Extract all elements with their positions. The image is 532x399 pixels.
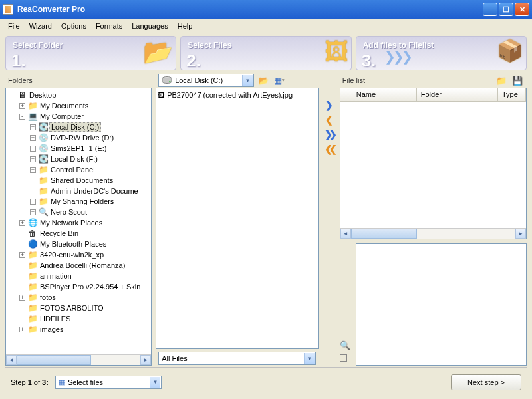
tree-node[interactable]: 📁Admin UnderDC's Docume (7, 186, 150, 196)
preview-toggle-icon[interactable]: 🔍 (340, 340, 353, 350)
tree-node[interactable]: +📁3420-enu-win2k_xp (7, 249, 150, 260)
step-select[interactable]: ▦ Select files ▼ (55, 376, 162, 389)
svg-rect-1 (169, 81, 171, 82)
node-icon: 💽 (38, 154, 49, 164)
node-icon: 📁 (38, 197, 49, 206)
expand-toggle[interactable]: + (19, 103, 25, 109)
folders-panel: Folders 🖥Desktop+📁My Documents-💻My Compu… (5, 73, 152, 366)
node-label: images (40, 325, 63, 333)
tree-node[interactable]: 🗑Recycle Bin (7, 228, 150, 239)
tree-node[interactable]: +🌐My Network Places (7, 217, 150, 228)
expand-toggle[interactable]: + (30, 209, 36, 215)
menu-formats[interactable]: Formats (92, 21, 126, 31)
checkbox-icon[interactable] (340, 354, 347, 362)
drive-select[interactable]: Local Disk (C:) ▼ (158, 74, 254, 87)
node-icon: 📁 (27, 271, 38, 281)
file-browser[interactable]: 🖼PB270047 (corrected with ArtEyes).jpg (156, 88, 319, 349)
node-label: My Documents (40, 102, 88, 110)
tree-node[interactable]: +🔍Nero Scout (7, 207, 150, 217)
close-button[interactable]: ✕ (515, 3, 529, 16)
tree-node[interactable]: +💽Local Disk (C:) (7, 122, 150, 132)
tree-node[interactable]: 📁FOTOS ARBOLITO (7, 303, 150, 313)
folder-tree[interactable]: 🖥Desktop+📁My Documents-💻My Computer+💽Loc… (5, 88, 152, 366)
wizard-steps-header: Select Folder 1. 📂 Select Files 2. 🖼 Add… (0, 33, 532, 73)
column-folder[interactable]: Folder (417, 88, 498, 101)
tree-node[interactable]: +📁fotos (7, 292, 150, 303)
menu-options[interactable]: Options (57, 21, 90, 31)
expand-toggle[interactable]: + (30, 167, 36, 173)
chevron-down-icon: ▼ (304, 353, 315, 364)
tree-node[interactable]: 🖥Desktop (7, 90, 150, 100)
expand-toggle[interactable]: + (19, 220, 25, 226)
load-list-button[interactable]: 📁 (495, 74, 508, 87)
node-label: BSPlayer Pro v2.24.954 + Skin (40, 283, 140, 291)
photos-icon: 🖼 (325, 38, 348, 66)
tree-node[interactable]: +📁My Sharing Folders (7, 196, 150, 207)
node-icon: 📁 (27, 261, 38, 270)
expand-toggle[interactable]: + (19, 252, 25, 258)
tree-node[interactable]: 🔵My Bluetooth Places (7, 239, 150, 249)
node-icon: 🖥 (17, 90, 27, 100)
node-label: Admin UnderDC's Docume (51, 187, 138, 195)
column-name[interactable]: Name (352, 88, 417, 101)
menu-wizard[interactable]: Wizard (25, 21, 56, 31)
tree-node[interactable]: 📁animation (7, 271, 150, 281)
window-title: ReaConverter Pro (17, 5, 483, 14)
files-panel: Local Disk (C:) ▼ 📂 ▦▾ 🖼PB270047 (correc… (156, 73, 319, 366)
tree-node[interactable]: +📁My Documents (7, 100, 150, 111)
scroll-right-button[interactable]: ► (515, 229, 526, 239)
tree-node[interactable]: 📁BSPlayer Pro v2.24.954 + Skin (7, 281, 150, 292)
expand-toggle[interactable]: + (30, 156, 36, 162)
tree-node[interactable]: 📁Shared Documents (7, 175, 150, 186)
tree-node[interactable]: -💻My Computer (7, 111, 150, 122)
output-file-list[interactable]: Name Folder Type ◄ ► (340, 88, 527, 239)
node-label: My Network Places (40, 219, 102, 227)
node-icon: 💿 (38, 133, 49, 142)
tree-node[interactable]: +💿DVD-RW Drive (D:) (7, 132, 150, 143)
tree-node[interactable]: +📁Control Panel (7, 164, 150, 175)
remove-all-button[interactable]: ❮❮ (325, 144, 334, 154)
tree-node[interactable]: 📁HDFILES (7, 313, 150, 324)
expand-toggle[interactable]: - (19, 114, 25, 120)
up-folder-button[interactable]: 📂 (257, 74, 270, 87)
file-filter-select[interactable]: All Files ▼ (158, 352, 316, 365)
menu-file[interactable]: File (4, 21, 24, 31)
expand-toggle[interactable]: + (30, 124, 36, 130)
file-name: PB270047 (corrected with ArtEyes).jpg (167, 91, 293, 99)
remove-file-button[interactable]: ❮ (325, 114, 333, 125)
scroll-left-button[interactable]: ◄ (6, 355, 17, 365)
node-label: Control Panel (51, 166, 95, 174)
expand-toggle[interactable]: + (30, 135, 36, 141)
file-item[interactable]: 🖼PB270047 (corrected with ArtEyes).jpg (158, 90, 317, 100)
node-icon: 📁 (27, 282, 38, 291)
expand-toggle[interactable]: + (30, 199, 36, 205)
menu-help[interactable]: Help (174, 21, 197, 31)
menu-languages[interactable]: Languages (128, 21, 172, 31)
grid-icon: ▦ (59, 378, 65, 386)
view-mode-button[interactable]: ▦▾ (273, 74, 286, 87)
add-file-button[interactable]: ❯ (325, 100, 333, 110)
add-all-button[interactable]: ❯❯ (325, 129, 334, 140)
filelist-panel: File list 📁 💾 Name Folder Type ◄ ► 🔍 (340, 73, 527, 366)
tree-node[interactable]: 📁Andrea Bocelli (Romanza) (7, 260, 150, 271)
node-label: Desktop (29, 91, 56, 99)
next-step-button[interactable]: Next step > (451, 374, 521, 390)
node-icon: 🔍 (38, 207, 49, 217)
tree-node[interactable]: +💿Sims2EP1_1 (E:) (7, 143, 150, 154)
node-icon: 💻 (27, 112, 38, 121)
expand-toggle[interactable]: + (19, 295, 25, 301)
node-label: Shared Documents (51, 176, 113, 184)
minimize-button[interactable]: _ (483, 3, 497, 16)
save-list-button[interactable]: 💾 (511, 74, 524, 87)
node-label: Local Disk (F:) (51, 155, 98, 163)
tree-node[interactable]: +📁images (7, 324, 150, 334)
footer-bar: Step 1 of 3: ▦ Select files ▼ Next step … (5, 367, 527, 396)
tree-node[interactable]: +💽Local Disk (F:) (7, 154, 150, 164)
step-indicator: Step 1 of 3: (11, 378, 49, 386)
scroll-right-button[interactable]: ► (140, 355, 151, 365)
scroll-left-button[interactable]: ◄ (340, 229, 351, 239)
expand-toggle[interactable]: + (19, 327, 25, 332)
maximize-button[interactable]: ☐ (499, 3, 513, 16)
column-type[interactable]: Type (498, 88, 526, 101)
expand-toggle[interactable]: + (30, 146, 36, 152)
